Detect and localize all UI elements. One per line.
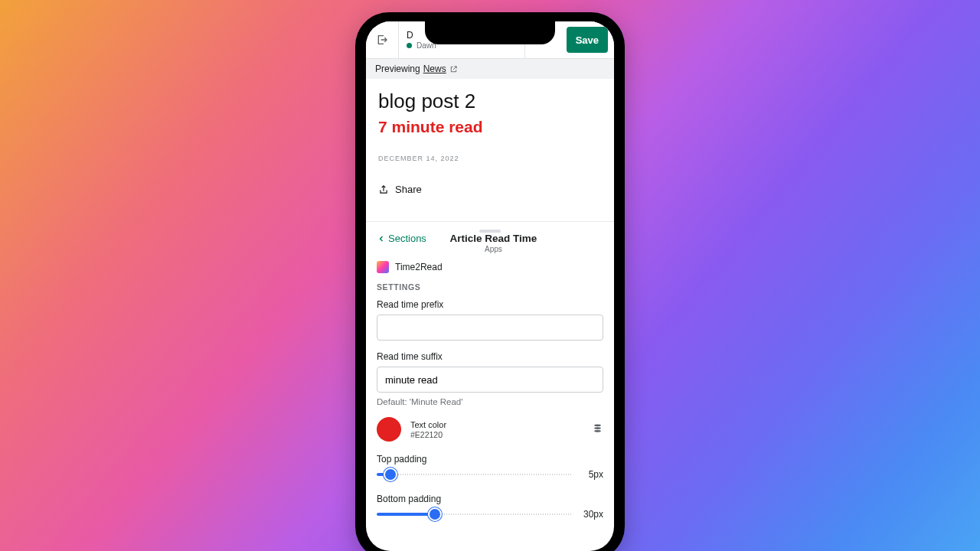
slider-thumb-icon[interactable] <box>384 468 397 481</box>
template-file-initial: D <box>407 31 413 40</box>
panel-subtitle: Apps <box>426 245 560 253</box>
article-date: DECEMBER 14, 2022 <box>378 155 602 162</box>
bottom-padding-value: 30px <box>579 509 603 520</box>
top-padding-label: Top padding <box>377 454 603 465</box>
share-label: Share <box>395 184 422 195</box>
share-button[interactable]: Share <box>378 184 602 195</box>
text-color-swatch[interactable] <box>377 417 401 442</box>
bottom-padding-slider[interactable] <box>377 509 571 520</box>
exit-editor-button[interactable] <box>366 21 398 58</box>
text-color-label: Text color <box>410 420 583 429</box>
text-color-hex: #E22120 <box>410 430 583 439</box>
back-label: Sections <box>388 233 426 244</box>
dynamic-source-button[interactable] <box>592 422 603 436</box>
phone-frame: D Dawn Save Previewing News blog post 2 … <box>355 12 625 551</box>
svg-point-1 <box>594 428 601 430</box>
article-read-time: 7 minute read <box>378 118 602 136</box>
blog-article-preview: blog post 2 7 minute read DECEMBER 14, 2… <box>366 79 614 209</box>
preview-prefix: Previewing <box>375 64 420 74</box>
app-icon <box>377 261 389 273</box>
phone-screen: D Dawn Save Previewing News blog post 2 … <box>366 21 614 551</box>
bottom-padding-label: Bottom padding <box>377 494 603 504</box>
drag-handle-icon[interactable] <box>479 230 501 233</box>
svg-point-2 <box>594 430 601 432</box>
external-link-icon <box>449 65 458 73</box>
app-name: Time2Read <box>395 262 443 272</box>
slider-thumb-icon[interactable] <box>428 507 442 521</box>
share-icon <box>378 184 389 195</box>
database-icon <box>592 422 603 434</box>
settings-heading: SETTINGS <box>377 282 603 292</box>
read-time-prefix-input[interactable] <box>377 315 603 341</box>
read-time-suffix-input[interactable] <box>377 367 603 393</box>
read-time-suffix-hint: Default: 'Minute Read' <box>377 397 603 406</box>
back-to-sections-button[interactable]: Sections <box>377 233 426 244</box>
phone-notch <box>425 21 555 44</box>
status-dot-icon <box>407 43 412 48</box>
exit-icon <box>376 34 388 46</box>
top-padding-value: 5px <box>579 469 603 480</box>
panel-title: Article Read Time <box>426 233 560 244</box>
read-time-prefix-label: Read time prefix <box>377 299 603 310</box>
app-row[interactable]: Time2Read <box>377 261 603 273</box>
preview-template-link[interactable]: News <box>423 64 446 74</box>
top-padding-slider[interactable] <box>377 469 571 480</box>
article-title: blog post 2 <box>378 90 602 113</box>
preview-context-bar: Previewing News <box>366 59 614 79</box>
svg-point-0 <box>594 425 601 427</box>
save-button[interactable]: Save <box>567 27 608 53</box>
section-settings-panel: Sections Article Read Time Apps Time2Rea… <box>366 222 614 549</box>
chevron-left-icon <box>377 234 386 243</box>
read-time-suffix-label: Read time suffix <box>377 351 603 362</box>
